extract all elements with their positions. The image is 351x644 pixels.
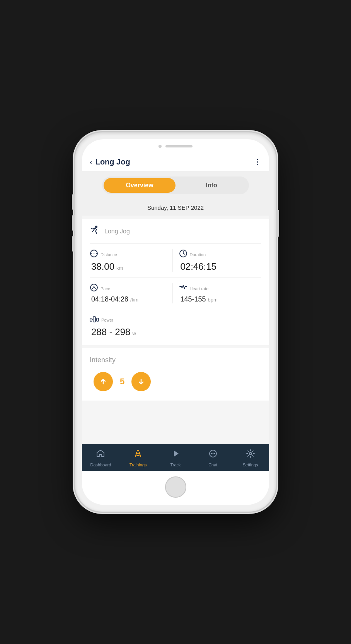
pace-unit: /km — [130, 297, 138, 303]
tab-overview[interactable]: Overview — [104, 178, 176, 193]
heartrate-value-row: 145-155 bpm — [179, 295, 218, 303]
pace-value: 04:18-04:28 — [91, 295, 128, 303]
intensity-value: 5 — [120, 377, 124, 387]
more-options-button[interactable]: ⋮ — [254, 157, 261, 166]
distance-icon-label: ° Distance — [90, 249, 117, 260]
nav-label-settings: Settings — [243, 462, 258, 467]
svg-point-21 — [211, 453, 212, 454]
duration-value-row: 02:46:15 — [179, 261, 216, 272]
tab-info[interactable]: Info — [176, 178, 247, 193]
power-icon — [90, 315, 99, 325]
stats-row-3: Power 288 - 298 w — [90, 315, 261, 339]
heartrate-icon — [179, 283, 187, 294]
power-label: Power — [101, 318, 113, 322]
duration-icon-label: Duration — [179, 249, 206, 260]
duration-icon — [179, 249, 187, 260]
svg-rect-12 — [90, 318, 92, 321]
bottom-nav: Dashboard Trainings — [82, 444, 269, 471]
side-buttons-left — [72, 194, 75, 252]
pace-icon-label: Pace — [90, 283, 110, 294]
intensity-controls: 5 — [90, 372, 261, 391]
page-title: Long Jog — [95, 158, 130, 166]
trainings-icon — [133, 449, 143, 461]
svg-text:°: ° — [93, 252, 94, 256]
side-button-right — [276, 210, 279, 237]
stat-pace: Pace 04:18-04:28 /km — [90, 283, 172, 303]
distance-icon: ° — [90, 249, 98, 260]
speaker — [165, 145, 193, 147]
phone-top-bar — [82, 139, 269, 151]
nav-label-trainings: Trainings — [129, 462, 147, 467]
duration-label: Duration — [190, 252, 206, 257]
duration-value: 02:46:15 — [181, 261, 216, 272]
intensity-decrease-button[interactable] — [131, 372, 151, 391]
nav-item-chat[interactable]: Chat — [194, 444, 232, 471]
power-value-row: 288 - 298 w — [90, 327, 136, 337]
back-button[interactable]: ‹ — [90, 158, 92, 166]
heartrate-unit: bpm — [208, 297, 218, 303]
nav-label-chat: Chat — [208, 462, 217, 467]
svg-point-11 — [90, 284, 97, 291]
app-header: ‹ Long Jog ⋮ — [82, 151, 269, 171]
training-title-row: Long Jog — [90, 225, 261, 244]
intensity-increase-button[interactable] — [94, 372, 113, 391]
stat-power: Power 288 - 298 w — [90, 315, 261, 337]
phone-bottom-area — [82, 471, 269, 505]
heartrate-icon-label: Heart rate — [179, 283, 209, 294]
front-camera — [158, 145, 162, 148]
svg-line-1 — [91, 228, 93, 229]
training-name: Long Jog — [104, 228, 130, 235]
stats-row-2: Pace 04:18-04:28 /km — [90, 283, 261, 309]
pace-icon — [90, 283, 98, 294]
tab-switcher-container: Overview Info — [82, 171, 269, 200]
svg-marker-19 — [174, 450, 179, 457]
svg-point-24 — [249, 452, 252, 455]
nav-item-trainings[interactable]: Trainings — [119, 444, 157, 471]
distance-value: 38.00 — [91, 261, 114, 272]
power-unit: w — [132, 331, 136, 336]
phone-screen: ‹ Long Jog ⋮ Overview Info Sunday, 11 SE… — [82, 139, 269, 505]
stat-duration: Duration 02:46:15 — [172, 249, 262, 272]
nav-item-dashboard[interactable]: Dashboard — [82, 444, 119, 471]
run-icon — [90, 225, 101, 238]
pace-label: Pace — [101, 286, 110, 291]
app-content: ‹ Long Jog ⋮ Overview Info Sunday, 11 SE… — [82, 151, 269, 471]
distance-unit: km — [116, 265, 123, 271]
svg-line-10 — [183, 253, 185, 254]
power-icon-label: Power — [90, 315, 113, 325]
svg-point-0 — [95, 226, 97, 228]
svg-rect-17 — [137, 450, 139, 451]
stat-heartrate: Heart rate 145-155 bpm — [172, 283, 262, 303]
svg-point-22 — [212, 453, 213, 454]
training-card: Long Jog — [82, 219, 269, 345]
main-scroll-area: Sunday, 11 SEP 2022 Lo — [82, 200, 269, 444]
svg-rect-13 — [97, 318, 99, 321]
phone-frame: ‹ Long Jog ⋮ Overview Info Sunday, 11 SE… — [75, 132, 276, 512]
intensity-title: Intensity — [90, 356, 261, 364]
chat-icon — [208, 449, 218, 461]
svg-point-23 — [214, 453, 215, 454]
header-left: ‹ Long Jog — [90, 158, 130, 166]
nav-label-dashboard: Dashboard — [90, 462, 111, 467]
heartrate-value: 145-155 — [181, 295, 206, 303]
home-button[interactable] — [165, 476, 186, 498]
tab-container: Overview Info — [102, 176, 249, 194]
pace-value-row: 04:18-04:28 /km — [90, 295, 138, 303]
power-value: 288 - 298 — [91, 327, 130, 337]
stats-row-1: ° Distance 38.00 km — [90, 249, 261, 278]
date-header: Sunday, 11 SEP 2022 — [82, 200, 269, 216]
nav-item-track[interactable]: Track — [157, 444, 194, 471]
distance-value-row: 38.00 km — [90, 261, 123, 272]
settings-icon — [246, 449, 255, 461]
nav-item-settings[interactable]: Settings — [232, 444, 269, 471]
stat-distance: ° Distance 38.00 km — [90, 249, 172, 272]
intensity-card: Intensity 5 — [82, 348, 269, 401]
distance-label: Distance — [101, 252, 117, 257]
home-icon — [96, 449, 105, 461]
heartrate-label: Heart rate — [190, 286, 209, 291]
track-icon — [171, 449, 180, 461]
nav-label-track: Track — [170, 462, 181, 467]
svg-rect-16 — [93, 317, 95, 322]
